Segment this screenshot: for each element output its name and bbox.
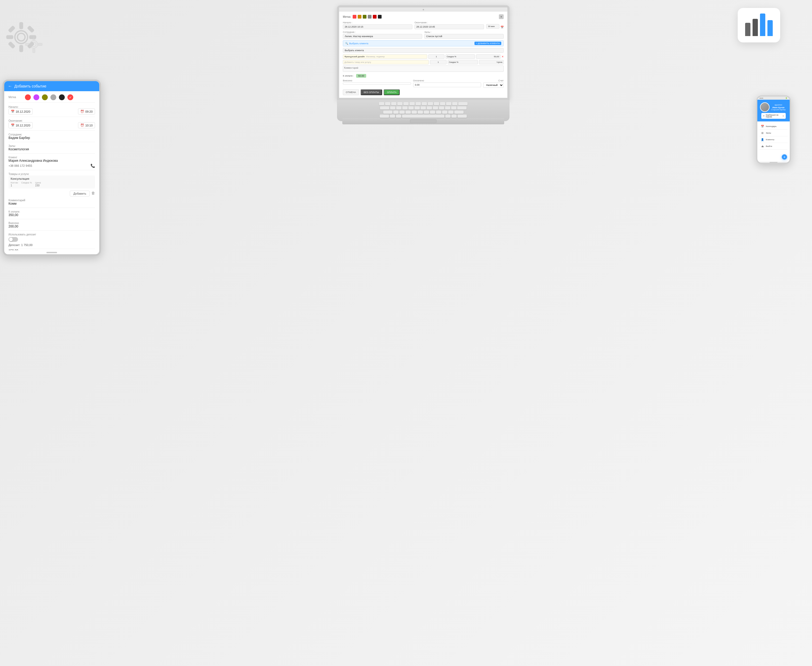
- services-label: Товары и услуги:: [8, 173, 29, 175]
- key-row-spacebar: [342, 115, 504, 118]
- hall-value-tablet: Косметология: [8, 147, 95, 153]
- key: [445, 115, 451, 118]
- key: [415, 106, 420, 109]
- phone-icon[interactable]: 📞: [91, 163, 95, 168]
- add-service-price[interactable]: ↑Цена: [479, 60, 504, 64]
- account-select[interactable]: Наличный: [483, 82, 504, 88]
- tablet-color-5[interactable]: [59, 94, 65, 100]
- paid-label: Внесено: [343, 79, 411, 82]
- end-input[interactable]: 28.12.2020 10:45: [415, 25, 484, 29]
- tablet-color-1[interactable]: [25, 94, 31, 100]
- client-select-group: Выбрать клиента: [343, 48, 504, 53]
- color-black[interactable]: [378, 15, 382, 18]
- free-button[interactable]: БЕЗ ОПЛАТЫ: [361, 89, 382, 95]
- svg-rect-15: [38, 43, 42, 46]
- key: [405, 110, 411, 114]
- tablet-color-2[interactable]: [33, 94, 39, 100]
- add-service-button[interactable]: Добавить: [70, 191, 90, 196]
- location-bar[interactable]: ✂ Барбершоп на Кирова ▼: [761, 113, 786, 119]
- key: [399, 110, 405, 114]
- key: [380, 106, 389, 109]
- logout-menu-label: Выйти: [766, 145, 772, 147]
- search-client-label: 🔍 Выбрать клиента: [345, 42, 368, 45]
- hall-section: Залы: Косметология: [8, 144, 95, 153]
- color-darkred[interactable]: [373, 15, 377, 18]
- employee-select[interactable]: Лилия, Мастер маникюра: [343, 34, 422, 39]
- tablet-color-4[interactable]: [50, 94, 56, 100]
- laptop-keyboard: [337, 100, 509, 121]
- color-brown[interactable]: [358, 15, 361, 18]
- menu-item-calendar[interactable]: 📅 Календарь: [759, 123, 787, 130]
- color-red[interactable]: [353, 15, 356, 18]
- phone-body: ●●●● 🔋 appsimer Иван Кучев Старший барбе…: [756, 96, 791, 164]
- start-time-input[interactable]: ⏰ 09:20: [78, 109, 95, 115]
- battery-icon: 🔋: [785, 97, 787, 99]
- tablet-color-6[interactable]: ✓: [68, 94, 73, 100]
- svg-rect-2: [20, 23, 23, 29]
- add-service-select[interactable]: Добавить товар или услугу: [343, 60, 429, 64]
- key-row-2: [342, 106, 504, 110]
- menu-item-clients[interactable]: 👤 Клиенты: [759, 136, 787, 143]
- key: [446, 102, 451, 105]
- add-service-qty[interactable]: 1: [430, 60, 447, 64]
- user-role: Старший барбер: [771, 109, 786, 110]
- key: [421, 106, 426, 109]
- start-input[interactable]: 28.12.2020 10:15: [343, 25, 412, 29]
- end-time-input[interactable]: ⏰ 10:10: [78, 122, 95, 128]
- service-qty-1[interactable]: 1: [428, 54, 445, 59]
- date-time-row: Начало : 28.12.2020 10:15 Окончание : 28…: [343, 21, 504, 29]
- duration-input[interactable]: 30 мин: [486, 24, 499, 29]
- total-section: К оплате: 350,00: [8, 210, 95, 219]
- service-discount-1[interactable]: Скидка %: [445, 54, 475, 59]
- cancel-button[interactable]: ОТМЕНА: [343, 89, 359, 95]
- back-button[interactable]: ←: [8, 84, 12, 89]
- key: [424, 110, 429, 114]
- paid-input[interactable]: [343, 82, 411, 84]
- client-select[interactable]: Выбрать клиента: [343, 48, 504, 53]
- qty-value: 1: [11, 184, 12, 187]
- key: [390, 115, 395, 118]
- discount-label-t: Скидка %: [21, 181, 32, 184]
- pay-button[interactable]: ОПЛАТА: [384, 89, 400, 95]
- add-service-discount[interactable]: Скидка %: [448, 60, 478, 64]
- service-price-1[interactable]: 50,00: [476, 54, 501, 59]
- paid-amount-input[interactable]: 0.00: [413, 82, 481, 87]
- color-gray[interactable]: [368, 15, 372, 18]
- key: [383, 110, 392, 114]
- color-olive[interactable]: [363, 15, 367, 18]
- modal-topbar: Метка: ×: [343, 14, 504, 19]
- svg-rect-6: [9, 26, 15, 32]
- phone-device: ●●●● 🔋 appsimer Иван Кучев Старший барбе…: [756, 96, 791, 164]
- modal-close-button[interactable]: ×: [499, 14, 504, 19]
- camera-dot: [423, 9, 424, 10]
- hall-label: Залы :: [424, 31, 504, 33]
- key: [396, 106, 402, 109]
- svg-rect-3: [20, 46, 23, 51]
- key: [409, 102, 415, 105]
- key: [397, 102, 403, 105]
- paid-section: Внесено 200,00: [8, 221, 95, 231]
- hall-select[interactable]: Список пустой: [424, 34, 504, 39]
- color-dots-row: [353, 15, 382, 18]
- account-label: Счет: [498, 79, 504, 82]
- service-select-1[interactable]: Французский дизайн Маникюр, педикюр: [343, 54, 427, 59]
- end-date-input[interactable]: 📅 18.12.2020: [8, 122, 33, 128]
- client-value-tablet: Мария Александровна Индюкова: [8, 159, 95, 163]
- employee-section: Сотрудник: Вадим Барбер: [8, 133, 95, 142]
- tablet-color-3[interactable]: [42, 94, 48, 100]
- add-client-button[interactable]: + ДОБАВИТЬ КЛИЕНТА: [475, 41, 501, 45]
- svg-rect-8: [9, 42, 15, 48]
- key: [404, 102, 408, 105]
- trash-icon[interactable]: 🗑: [91, 191, 95, 195]
- comment-textarea[interactable]: [343, 66, 504, 72]
- deposit-toggle[interactable]: [8, 237, 18, 242]
- start-date-input[interactable]: 📅 18.12.2020: [8, 109, 33, 115]
- menu-item-logout[interactable]: ⏏ Выйти: [759, 143, 787, 150]
- service-item-1: Консультация Кол-во 1 Скидка % Цена: [8, 175, 95, 188]
- comment-section: Комментарий Комм: [8, 199, 95, 208]
- key: [448, 110, 453, 114]
- menu-item-halls[interactable]: ⊞ Залы: [759, 130, 787, 136]
- fab-button[interactable]: +: [782, 154, 787, 160]
- service-delete-1[interactable]: ✕: [501, 55, 504, 58]
- calendar-menu-icon: 📅: [761, 124, 764, 128]
